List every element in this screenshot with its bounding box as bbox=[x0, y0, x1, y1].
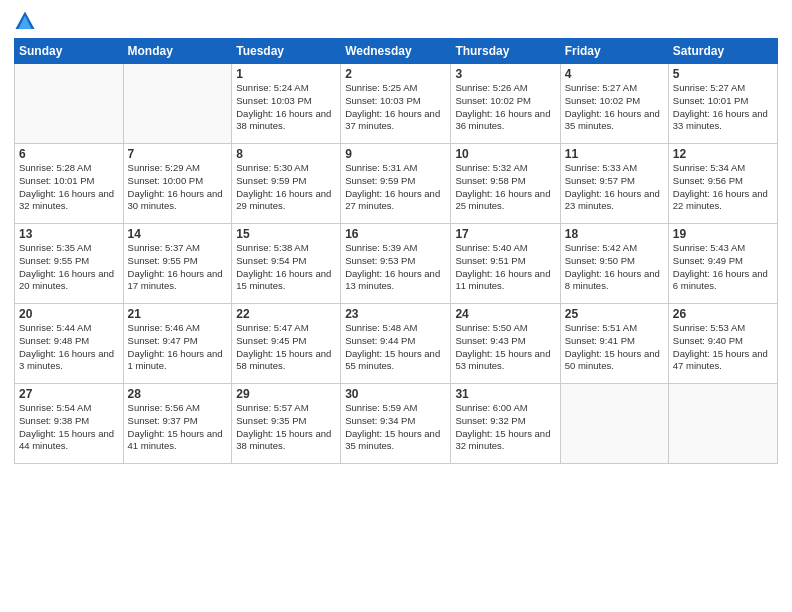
day-number: 29 bbox=[236, 387, 336, 401]
day-number: 25 bbox=[565, 307, 664, 321]
day-number: 2 bbox=[345, 67, 446, 81]
day-number: 20 bbox=[19, 307, 119, 321]
day-cell: 20Sunrise: 5:44 AM Sunset: 9:48 PM Dayli… bbox=[15, 304, 124, 384]
day-number: 12 bbox=[673, 147, 773, 161]
day-cell: 16Sunrise: 5:39 AM Sunset: 9:53 PM Dayli… bbox=[341, 224, 451, 304]
day-cell: 4Sunrise: 5:27 AM Sunset: 10:02 PM Dayli… bbox=[560, 64, 668, 144]
day-cell bbox=[560, 384, 668, 464]
day-number: 15 bbox=[236, 227, 336, 241]
day-cell: 18Sunrise: 5:42 AM Sunset: 9:50 PM Dayli… bbox=[560, 224, 668, 304]
day-number: 1 bbox=[236, 67, 336, 81]
day-info: Sunrise: 5:39 AM Sunset: 9:53 PM Dayligh… bbox=[345, 242, 446, 293]
day-cell: 11Sunrise: 5:33 AM Sunset: 9:57 PM Dayli… bbox=[560, 144, 668, 224]
day-cell: 8Sunrise: 5:30 AM Sunset: 9:59 PM Daylig… bbox=[232, 144, 341, 224]
day-info: Sunrise: 5:51 AM Sunset: 9:41 PM Dayligh… bbox=[565, 322, 664, 373]
day-info: Sunrise: 5:35 AM Sunset: 9:55 PM Dayligh… bbox=[19, 242, 119, 293]
header-cell-thursday: Thursday bbox=[451, 39, 560, 64]
day-info: Sunrise: 5:26 AM Sunset: 10:02 PM Daylig… bbox=[455, 82, 555, 133]
day-cell: 29Sunrise: 5:57 AM Sunset: 9:35 PM Dayli… bbox=[232, 384, 341, 464]
day-number: 30 bbox=[345, 387, 446, 401]
week-row-3: 13Sunrise: 5:35 AM Sunset: 9:55 PM Dayli… bbox=[15, 224, 778, 304]
day-number: 22 bbox=[236, 307, 336, 321]
day-info: Sunrise: 5:47 AM Sunset: 9:45 PM Dayligh… bbox=[236, 322, 336, 373]
day-cell: 17Sunrise: 5:40 AM Sunset: 9:51 PM Dayli… bbox=[451, 224, 560, 304]
day-number: 14 bbox=[128, 227, 228, 241]
day-info: Sunrise: 5:38 AM Sunset: 9:54 PM Dayligh… bbox=[236, 242, 336, 293]
day-cell: 25Sunrise: 5:51 AM Sunset: 9:41 PM Dayli… bbox=[560, 304, 668, 384]
header-cell-tuesday: Tuesday bbox=[232, 39, 341, 64]
day-number: 11 bbox=[565, 147, 664, 161]
logo bbox=[14, 10, 39, 32]
day-cell: 6Sunrise: 5:28 AM Sunset: 10:01 PM Dayli… bbox=[15, 144, 124, 224]
header-cell-sunday: Sunday bbox=[15, 39, 124, 64]
day-number: 26 bbox=[673, 307, 773, 321]
day-info: Sunrise: 5:34 AM Sunset: 9:56 PM Dayligh… bbox=[673, 162, 773, 213]
day-cell: 28Sunrise: 5:56 AM Sunset: 9:37 PM Dayli… bbox=[123, 384, 232, 464]
day-number: 8 bbox=[236, 147, 336, 161]
day-number: 17 bbox=[455, 227, 555, 241]
day-number: 4 bbox=[565, 67, 664, 81]
day-info: Sunrise: 5:30 AM Sunset: 9:59 PM Dayligh… bbox=[236, 162, 336, 213]
day-cell: 12Sunrise: 5:34 AM Sunset: 9:56 PM Dayli… bbox=[668, 144, 777, 224]
day-info: Sunrise: 5:57 AM Sunset: 9:35 PM Dayligh… bbox=[236, 402, 336, 453]
day-cell: 10Sunrise: 5:32 AM Sunset: 9:58 PM Dayli… bbox=[451, 144, 560, 224]
week-row-5: 27Sunrise: 5:54 AM Sunset: 9:38 PM Dayli… bbox=[15, 384, 778, 464]
day-cell: 14Sunrise: 5:37 AM Sunset: 9:55 PM Dayli… bbox=[123, 224, 232, 304]
day-number: 24 bbox=[455, 307, 555, 321]
day-number: 10 bbox=[455, 147, 555, 161]
header-cell-saturday: Saturday bbox=[668, 39, 777, 64]
day-cell: 5Sunrise: 5:27 AM Sunset: 10:01 PM Dayli… bbox=[668, 64, 777, 144]
day-number: 16 bbox=[345, 227, 446, 241]
day-number: 18 bbox=[565, 227, 664, 241]
day-cell: 22Sunrise: 5:47 AM Sunset: 9:45 PM Dayli… bbox=[232, 304, 341, 384]
day-info: Sunrise: 5:56 AM Sunset: 9:37 PM Dayligh… bbox=[128, 402, 228, 453]
day-cell bbox=[668, 384, 777, 464]
header-cell-friday: Friday bbox=[560, 39, 668, 64]
logo-icon bbox=[14, 10, 36, 32]
day-info: Sunrise: 5:53 AM Sunset: 9:40 PM Dayligh… bbox=[673, 322, 773, 373]
day-info: Sunrise: 5:40 AM Sunset: 9:51 PM Dayligh… bbox=[455, 242, 555, 293]
day-info: Sunrise: 5:59 AM Sunset: 9:34 PM Dayligh… bbox=[345, 402, 446, 453]
day-cell: 30Sunrise: 5:59 AM Sunset: 9:34 PM Dayli… bbox=[341, 384, 451, 464]
day-info: Sunrise: 5:31 AM Sunset: 9:59 PM Dayligh… bbox=[345, 162, 446, 213]
day-cell: 24Sunrise: 5:50 AM Sunset: 9:43 PM Dayli… bbox=[451, 304, 560, 384]
week-row-2: 6Sunrise: 5:28 AM Sunset: 10:01 PM Dayli… bbox=[15, 144, 778, 224]
day-number: 21 bbox=[128, 307, 228, 321]
day-cell: 27Sunrise: 5:54 AM Sunset: 9:38 PM Dayli… bbox=[15, 384, 124, 464]
day-cell: 31Sunrise: 6:00 AM Sunset: 9:32 PM Dayli… bbox=[451, 384, 560, 464]
day-info: Sunrise: 5:43 AM Sunset: 9:49 PM Dayligh… bbox=[673, 242, 773, 293]
day-info: Sunrise: 5:32 AM Sunset: 9:58 PM Dayligh… bbox=[455, 162, 555, 213]
day-number: 23 bbox=[345, 307, 446, 321]
day-number: 13 bbox=[19, 227, 119, 241]
day-cell: 23Sunrise: 5:48 AM Sunset: 9:44 PM Dayli… bbox=[341, 304, 451, 384]
day-cell: 2Sunrise: 5:25 AM Sunset: 10:03 PM Dayli… bbox=[341, 64, 451, 144]
day-info: Sunrise: 5:29 AM Sunset: 10:00 PM Daylig… bbox=[128, 162, 228, 213]
day-number: 6 bbox=[19, 147, 119, 161]
day-number: 9 bbox=[345, 147, 446, 161]
day-info: Sunrise: 5:27 AM Sunset: 10:02 PM Daylig… bbox=[565, 82, 664, 133]
day-cell: 1Sunrise: 5:24 AM Sunset: 10:03 PM Dayli… bbox=[232, 64, 341, 144]
day-number: 28 bbox=[128, 387, 228, 401]
header-cell-monday: Monday bbox=[123, 39, 232, 64]
day-cell: 21Sunrise: 5:46 AM Sunset: 9:47 PM Dayli… bbox=[123, 304, 232, 384]
day-info: Sunrise: 5:54 AM Sunset: 9:38 PM Dayligh… bbox=[19, 402, 119, 453]
day-info: Sunrise: 5:44 AM Sunset: 9:48 PM Dayligh… bbox=[19, 322, 119, 373]
day-cell bbox=[123, 64, 232, 144]
day-cell bbox=[15, 64, 124, 144]
day-number: 7 bbox=[128, 147, 228, 161]
day-cell: 9Sunrise: 5:31 AM Sunset: 9:59 PM Daylig… bbox=[341, 144, 451, 224]
day-info: Sunrise: 5:28 AM Sunset: 10:01 PM Daylig… bbox=[19, 162, 119, 213]
day-info: Sunrise: 6:00 AM Sunset: 9:32 PM Dayligh… bbox=[455, 402, 555, 453]
day-cell: 15Sunrise: 5:38 AM Sunset: 9:54 PM Dayli… bbox=[232, 224, 341, 304]
day-info: Sunrise: 5:50 AM Sunset: 9:43 PM Dayligh… bbox=[455, 322, 555, 373]
day-number: 31 bbox=[455, 387, 555, 401]
calendar-header-row: SundayMondayTuesdayWednesdayThursdayFrid… bbox=[15, 39, 778, 64]
day-cell: 26Sunrise: 5:53 AM Sunset: 9:40 PM Dayli… bbox=[668, 304, 777, 384]
day-cell: 3Sunrise: 5:26 AM Sunset: 10:02 PM Dayli… bbox=[451, 64, 560, 144]
day-info: Sunrise: 5:46 AM Sunset: 9:47 PM Dayligh… bbox=[128, 322, 228, 373]
day-number: 3 bbox=[455, 67, 555, 81]
day-info: Sunrise: 5:48 AM Sunset: 9:44 PM Dayligh… bbox=[345, 322, 446, 373]
day-info: Sunrise: 5:25 AM Sunset: 10:03 PM Daylig… bbox=[345, 82, 446, 133]
day-info: Sunrise: 5:42 AM Sunset: 9:50 PM Dayligh… bbox=[565, 242, 664, 293]
day-info: Sunrise: 5:27 AM Sunset: 10:01 PM Daylig… bbox=[673, 82, 773, 133]
